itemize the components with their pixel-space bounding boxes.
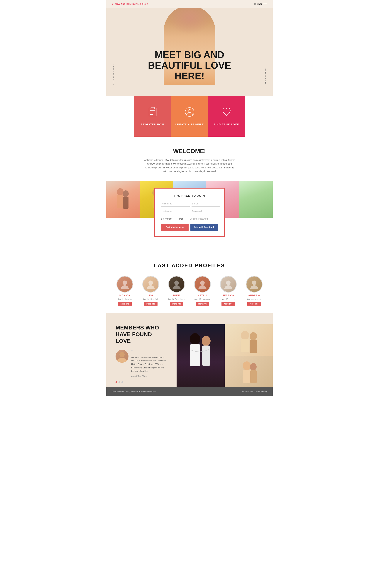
member-image-main: [176, 324, 225, 387]
profile-name: LISA: [147, 294, 154, 297]
svg-rect-32: [250, 340, 257, 353]
svg-rect-26: [190, 344, 200, 366]
svg-point-31: [250, 332, 257, 340]
svg-rect-30: [241, 339, 249, 352]
profile-info: Age: 30, Moscow: [247, 298, 261, 300]
registration-form: IT'S FREE TO JOIN Woman Man: [154, 188, 225, 237]
footer: BBW and BHM Dating Site © 2016 All right…: [106, 387, 273, 396]
last-name-input[interactable]: [161, 208, 190, 214]
profiles-grid: MONICA Age: 21, London More Info LISA Ag…: [114, 276, 265, 306]
svg-point-19: [174, 280, 179, 285]
gender-confirm-row: Woman Man: [161, 216, 218, 222]
list-item: ANDREW Age: 30, Moscow More Info: [243, 276, 265, 306]
avatar: [220, 276, 237, 293]
svg-point-17: [123, 280, 127, 285]
more-info-button[interactable]: More Info: [196, 302, 209, 306]
svg-point-18: [148, 280, 153, 285]
avatar: [246, 276, 263, 293]
confirm-password-input[interactable]: [189, 216, 218, 222]
avatar: [168, 276, 185, 293]
testimonial-avatar: [116, 350, 128, 363]
hero-section: ↑ ← SCROLL DOWN ↑ SCROLL DOWN MEET BIG A…: [106, 0, 273, 96]
members-section: MEMBERS WHO HAVE FOUND LOVE " We would n…: [106, 313, 273, 387]
password-input[interactable]: [191, 208, 220, 214]
more-info-button[interactable]: More Info: [170, 302, 183, 306]
clipboard-icon: [147, 107, 158, 119]
feature-register[interactable]: REGISTER NOW: [134, 96, 171, 137]
logo-text: BBW AND BHM DATING CLUB: [115, 3, 148, 5]
menu-label: MENU: [254, 3, 262, 5]
join-facebook-button[interactable]: Join with Facebook: [190, 224, 218, 231]
member-image-bottom-right: [225, 356, 273, 387]
quote-mark: ": [131, 350, 167, 354]
radio-woman[interactable]: [161, 218, 164, 220]
gender-man[interactable]: Man: [176, 218, 183, 220]
list-item: MIKE Age: 28, Washington More Info: [165, 276, 188, 306]
get-started-button[interactable]: Get started now: [161, 224, 189, 231]
list-item: NATALI Age: 19, Lynchburg More Info: [191, 276, 214, 306]
menu-button[interactable]: MENU: [254, 3, 267, 5]
svg-rect-28: [202, 346, 210, 366]
more-info-button[interactable]: More Info: [247, 302, 261, 306]
feature-profile[interactable]: CREATE A PROFILE: [171, 96, 208, 137]
members-left-content: MEMBERS WHO HAVE FOUND LOVE " We would n…: [106, 324, 176, 387]
form-buttons: Get started now Join with Facebook: [161, 224, 218, 231]
svg-point-7: [188, 109, 191, 113]
profile-name: MONICA: [119, 294, 130, 297]
password-row: [161, 208, 218, 214]
svg-point-29: [241, 331, 249, 340]
list-item: MONICA Age: 21, London More Info: [114, 276, 136, 306]
profile-name: ANDREW: [248, 294, 260, 297]
scroll-down-left[interactable]: ↑ ← SCROLL DOWN: [112, 63, 114, 85]
footer-privacy-link[interactable]: Privacy Policy: [256, 390, 267, 392]
welcome-title: WELCOME!: [121, 148, 258, 155]
feature-love-label: FIND TRUE LOVE: [214, 123, 239, 126]
hero-title: MEET BIG AND BEAUTIFUL LOVE HERE!: [134, 49, 245, 81]
footer-terms-link[interactable]: Terms of Use: [242, 390, 253, 392]
form-title: IT'S FREE TO JOIN: [161, 194, 218, 197]
profile-name: JESSICA: [222, 294, 234, 297]
more-info-button[interactable]: More Info: [118, 302, 132, 306]
avatar: [194, 276, 211, 293]
dot-3[interactable]: [122, 381, 123, 383]
welcome-body: Welcome to leading BBW dating site for p…: [143, 158, 236, 173]
profiles-title: LAST ADDED PROFILES: [114, 263, 265, 268]
members-images: [176, 324, 273, 387]
testimonial-block: " We would never had met without this si…: [116, 350, 167, 378]
feature-boxes: REGISTER NOW CREATE A PROFILE FIND TRUE …: [106, 96, 273, 137]
radio-man[interactable]: [176, 218, 178, 220]
feature-love[interactable]: FIND TRUE LOVE: [208, 96, 245, 137]
gender-woman[interactable]: Woman: [161, 218, 172, 220]
first-name-input[interactable]: [161, 201, 190, 207]
gender-selector: Woman Man: [161, 217, 188, 221]
hero-text: MEET BIG AND BEAUTIFUL LOVE HERE!: [134, 49, 245, 81]
scroll-down-right[interactable]: ↑ SCROLL DOWN: [265, 66, 267, 85]
footer-links: Terms of Use Privacy Policy: [242, 390, 267, 392]
profiles-section: LAST ADDED PROFILES MONICA Age: 21, Lond…: [106, 251, 273, 313]
list-item: JESSICA Age: 18, London More Info: [217, 276, 239, 306]
more-info-button[interactable]: More Info: [144, 302, 158, 306]
form-wrapper: IT'S FREE TO JOIN Woman Man: [106, 185, 273, 240]
feature-register-label: REGISTER NOW: [141, 123, 164, 126]
profile-icon: [185, 107, 195, 119]
svg-point-20: [200, 280, 205, 285]
svg-point-24: [119, 352, 125, 357]
gender-woman-label: Woman: [165, 218, 172, 220]
feature-profile-label: CREATE A PROFILE: [175, 123, 204, 126]
site-logo[interactable]: ♥ BBW AND BHM DATING CLUB: [112, 3, 148, 6]
avatar: [142, 276, 159, 293]
profile-info: Age: 21, London: [118, 298, 131, 300]
more-info-button[interactable]: More Info: [221, 302, 235, 306]
header: ♥ BBW AND BHM DATING CLUB MENU: [106, 0, 273, 8]
registration-section: IT'S FREE TO JOIN Woman Man: [106, 181, 273, 251]
svg-point-27: [202, 336, 211, 346]
dot-2[interactable]: [119, 381, 120, 383]
email-input[interactable]: [191, 201, 220, 207]
welcome-section: WELCOME! Welcome to leading BBW dating s…: [106, 137, 273, 181]
svg-point-21: [226, 280, 231, 285]
svg-rect-34: [243, 370, 251, 383]
testimonial-text: " We would never had met without this si…: [131, 350, 167, 378]
list-item: LISA Age: 23, New York More Info: [140, 276, 162, 306]
dot-1[interactable]: [116, 381, 117, 383]
footer-copyright: BBW and BHM Dating Site © 2016 All right…: [112, 390, 156, 392]
